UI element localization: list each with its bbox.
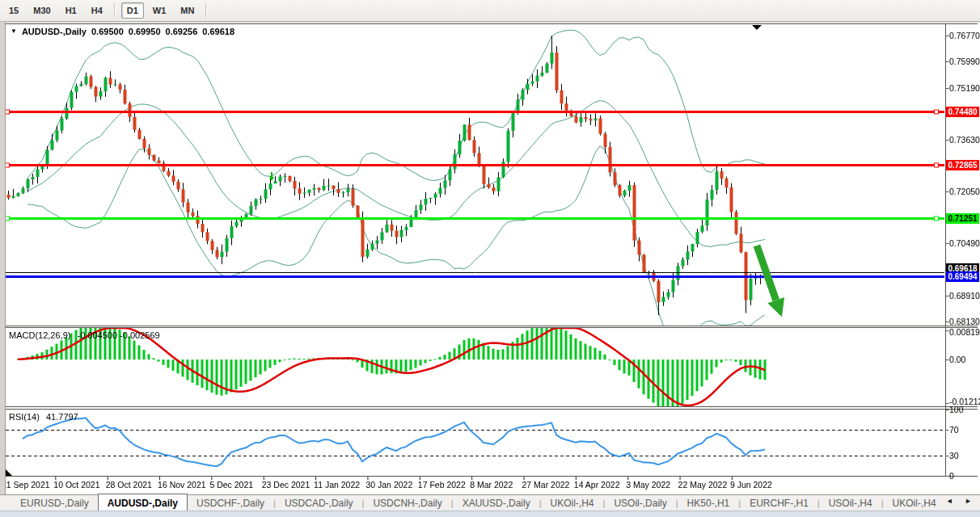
time-axis-label: 27 Mar 2022 (522, 480, 570, 490)
chart-canvas[interactable] (0, 0, 980, 517)
chart-tab-bar: EURUSD-,DailyAUDUSD-,DailyUSDCHF-,Daily|… (0, 494, 980, 511)
chart-tab-audusddaily[interactable]: AUDUSD-,Daily (98, 494, 188, 511)
timeframe-button-h4[interactable]: H4 (86, 2, 108, 19)
time-axis-label: 5 Dec 2021 (209, 480, 253, 490)
timeframe-button-h1[interactable]: H1 (60, 2, 82, 19)
time-axis-label: 16 Nov 2021 (158, 480, 206, 490)
chart-tab-eurchfh1[interactable]: EURCHF-,H1 (741, 495, 817, 511)
rsi-indicator-label: RSI(14) 41.7797 (9, 412, 78, 422)
rsi-tick-label: 30 (949, 451, 959, 461)
symbol-name: AUDUSD-,Daily (22, 27, 87, 36)
price-tick-label: 0.75190 (949, 83, 980, 94)
toolbar-separator (114, 3, 116, 18)
macd-indicator-label: MACD(12,26,9) -0.004500 -0.002569 (9, 330, 160, 340)
time-axis-label: 3 May 2022 (626, 480, 670, 490)
timeframe-button-m30[interactable]: M30 (27, 2, 56, 19)
price-tick-label: 0.72050 (949, 187, 980, 197)
ohlc-close: 0.69618 (202, 27, 234, 36)
time-axis-label: 28 Oct 2021 (106, 480, 152, 490)
timeframe-toolbar: 15M30H1H4D1W1MN (0, 0, 980, 22)
timeframe-button-15[interactable]: 15 (3, 2, 24, 19)
time-axis-label: 9 Jun 2022 (730, 480, 772, 490)
time-axis-label: 8 Mar 2022 (470, 480, 513, 490)
time-axis-label: 30 Jan 2022 (365, 480, 412, 490)
chart-tab-hk50h1[interactable]: HK50-,H1 (678, 495, 739, 511)
chart-tab-ukoilh4[interactable]: UKOil-,H4 (542, 495, 603, 511)
time-axis-label: 21 Sep 2021 (2, 480, 50, 490)
rsi-value: 41.7797 (46, 412, 78, 422)
ohlc-high: 0.69950 (129, 27, 161, 36)
time-axis-label: 14 Apr 2022 (574, 480, 620, 490)
ohlc-open: 0.69500 (91, 27, 124, 36)
hline-price-badge: 0.69494 (946, 271, 979, 282)
rsi-title: RSI(14) (9, 412, 40, 422)
rsi-tick-label: 100 (949, 405, 964, 415)
macd-title: MACD(12,26,9) (9, 330, 70, 340)
chart-tab-usoildaily[interactable]: USOil-,Daily (605, 495, 675, 511)
time-axis-label: 10 Oct 2021 (53, 480, 99, 490)
chart-tab-eurusddaily[interactable]: EURUSD-,Daily (11, 495, 98, 511)
hline-price-badge: 0.72865 (946, 160, 979, 170)
macd-values: -0.004500 -0.002569 (77, 330, 159, 340)
hline-price-badge: 0.74480 (946, 107, 979, 117)
bottom-strip (0, 511, 980, 517)
timeframe-button-d1[interactable]: D1 (121, 2, 144, 19)
time-axis-label: 23 Dec 2021 (262, 480, 310, 490)
macd-tick-label: 0.00 (949, 355, 965, 365)
chart-tab-ukoilh4[interactable]: UKOil-,H4 (884, 495, 945, 511)
toolbar-separator (205, 3, 207, 18)
chart-tab-usdcaddaily[interactable]: USDCAD-,Daily (276, 495, 362, 511)
price-tick-label: 0.73630 (949, 135, 980, 145)
chart-symbol-header: ▼ AUDUSD-,Daily 0.69500 0.69950 0.69256 … (11, 27, 234, 36)
time-axis-label: 11 Jan 2022 (314, 480, 360, 490)
price-tick-label: 0.68130 (949, 317, 980, 327)
chart-tab-usdcnhdaily[interactable]: USDCNH-,Daily (364, 495, 450, 511)
timeframe-button-mn[interactable]: MN (175, 2, 200, 19)
tab-scroll-arrows[interactable]: ◄ ► (946, 497, 977, 505)
symbol-dropdown-icon[interactable]: ▼ (11, 27, 17, 35)
window-left-edge (0, 22, 6, 494)
macd-tick-label: 0.008197 (949, 327, 980, 338)
ohlc-low: 0.69256 (166, 27, 198, 36)
rsi-tick-label: 0 (949, 471, 954, 481)
chart-tab-usoilh4[interactable]: USOil-,H4 (820, 495, 881, 511)
chart-tab-xauusddaily[interactable]: XAUUSD-,Daily (454, 495, 539, 511)
price-tick-label: 0.68910 (949, 291, 980, 301)
price-tick-label: 0.75990 (949, 57, 980, 67)
price-tick-label: 0.70490 (949, 238, 980, 249)
rsi-tick-label: 70 (949, 425, 959, 435)
hline-price-badge: 0.71251 (946, 213, 979, 224)
price-tick-label: 0.76770 (949, 31, 980, 41)
time-axis-label: 22 May 2022 (678, 480, 728, 490)
chart-tab-usdchfdaily[interactable]: USDCHF-,Daily (188, 495, 273, 511)
time-axis-label: 17 Feb 2022 (418, 480, 466, 490)
timeframe-button-w1[interactable]: W1 (147, 2, 172, 19)
